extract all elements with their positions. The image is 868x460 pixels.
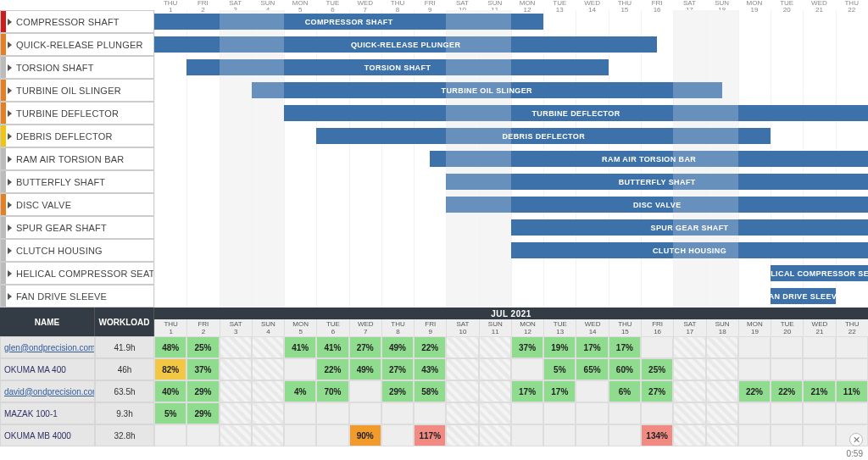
task-item[interactable]: FAN DRIVE SLEEVE bbox=[0, 285, 154, 308]
cell-value: 27% bbox=[389, 365, 406, 374]
workload-cell[interactable]: 134% bbox=[641, 424, 673, 446]
workload-cell[interactable]: 22% bbox=[414, 336, 446, 358]
workload-cell bbox=[316, 402, 348, 424]
workload-cell[interactable]: 65% bbox=[576, 358, 608, 380]
workload-cell[interactable]: 5% bbox=[543, 358, 576, 380]
workload-cell[interactable]: 27% bbox=[641, 380, 673, 402]
task-item[interactable]: TURBINE DEFLECTOR bbox=[0, 102, 154, 125]
workload-cell[interactable]: 49% bbox=[381, 336, 414, 358]
workload-cell[interactable]: 60% bbox=[609, 358, 641, 380]
expand-icon[interactable] bbox=[8, 202, 12, 208]
task-item[interactable]: CLUTCH HOUSING bbox=[0, 239, 154, 262]
gantt-bar[interactable]: SPUR GEAR SHAFT bbox=[511, 219, 868, 236]
workload-cell[interactable]: 22% bbox=[771, 380, 803, 402]
gantt-bar[interactable]: QUICK-RELEASE PLUNGER bbox=[154, 36, 657, 53]
expand-icon[interactable] bbox=[8, 270, 12, 277]
cell-value: 22% bbox=[421, 343, 438, 352]
task-item[interactable]: COMPRESSOR SHAFT bbox=[0, 10, 154, 33]
workload-cell bbox=[673, 336, 705, 358]
workload-cell[interactable]: 5% bbox=[154, 402, 186, 424]
workload-cell[interactable]: 49% bbox=[349, 358, 381, 380]
time-badge: 0:59 bbox=[847, 449, 863, 458]
task-item[interactable]: QUICK-RELEASE PLUNGER bbox=[0, 33, 154, 56]
expand-icon[interactable] bbox=[8, 133, 12, 140]
workload-cell[interactable]: 25% bbox=[186, 336, 219, 358]
expand-icon[interactable] bbox=[8, 156, 12, 163]
workload-cell[interactable]: 22% bbox=[316, 358, 348, 380]
close-icon[interactable]: ✕ bbox=[849, 433, 863, 446]
cell-value: 49% bbox=[389, 343, 406, 352]
gantt-bar[interactable]: DISC VALVE bbox=[446, 197, 868, 213]
gantt-bar[interactable]: TURBINE OIL SLINGER bbox=[252, 82, 722, 98]
task-item[interactable]: TURBINE OIL SLINGER bbox=[0, 79, 154, 102]
gantt-day-header: SAT3 bbox=[220, 0, 252, 10]
expand-icon[interactable] bbox=[8, 110, 12, 117]
workload-cell[interactable]: 21% bbox=[803, 380, 835, 402]
workload-cell[interactable]: 27% bbox=[381, 358, 414, 380]
workload-cell[interactable]: 58% bbox=[414, 380, 446, 402]
expand-icon[interactable] bbox=[8, 247, 12, 254]
workload-cell[interactable]: 29% bbox=[381, 380, 414, 402]
workload-cell[interactable]: 41% bbox=[284, 336, 316, 358]
task-item[interactable]: RAM AIR TORSION BAR bbox=[0, 147, 154, 170]
workload-cell[interactable]: 40% bbox=[154, 380, 186, 402]
workload-day-header: SUN18 bbox=[706, 319, 738, 336]
expand-icon[interactable] bbox=[8, 293, 12, 300]
gantt-bar[interactable]: FAN DRIVE SLEEVE bbox=[771, 288, 836, 304]
workload-cell bbox=[673, 424, 705, 446]
gantt-bar[interactable]: RAM AIR TORSION BAR bbox=[430, 151, 868, 167]
workload-cell[interactable]: 117% bbox=[414, 424, 446, 446]
task-item[interactable]: BUTTERFLY SHAFT bbox=[0, 170, 154, 193]
color-chip bbox=[1, 34, 6, 55]
task-item[interactable]: SPUR GEAR SHAFT bbox=[0, 216, 154, 239]
workload-cell bbox=[803, 402, 835, 424]
gantt-bar[interactable]: DEBRIS DEFLECTOR bbox=[316, 128, 771, 144]
gantt-bar[interactable]: BUTTERFLY SHAFT bbox=[446, 174, 868, 190]
task-item[interactable]: DEBRIS DEFLECTOR bbox=[0, 125, 154, 147]
workload-cell bbox=[803, 358, 835, 380]
gantt-bar[interactable]: COMPRESSOR SHAFT bbox=[154, 14, 543, 30]
workload-right[interactable]: JUL 2021 THU1FRI2SAT3SUN4MON5TUE6WED7THU… bbox=[154, 308, 868, 460]
cell-value: 17% bbox=[584, 343, 601, 352]
resource-name[interactable]: david@ondprecision.com bbox=[0, 380, 95, 402]
expand-icon[interactable] bbox=[8, 19, 12, 25]
workload-cell[interactable]: 70% bbox=[316, 380, 348, 402]
workload-cell[interactable]: 48% bbox=[154, 336, 186, 358]
gantt-bar[interactable]: CLUTCH HOUSING bbox=[511, 242, 868, 258]
workload-cell[interactable]: 29% bbox=[186, 380, 219, 402]
expand-icon[interactable] bbox=[8, 224, 12, 231]
workload-cell[interactable]: 11% bbox=[836, 380, 868, 402]
gantt-bar[interactable]: HELICAL COMPRESSOR SEAT bbox=[771, 265, 868, 281]
workload-cell[interactable]: 22% bbox=[738, 380, 771, 402]
workload-cell bbox=[479, 380, 511, 402]
workload-cell[interactable]: 82% bbox=[154, 358, 186, 380]
workload-cell[interactable]: 17% bbox=[543, 380, 576, 402]
workload-cell[interactable]: 17% bbox=[609, 336, 641, 358]
workload-cell[interactable]: 90% bbox=[349, 424, 381, 446]
workload-cell[interactable]: 27% bbox=[349, 336, 381, 358]
workload-cell[interactable]: 4% bbox=[284, 380, 316, 402]
task-item[interactable]: TORSION SHAFT bbox=[0, 56, 154, 79]
workload-cell[interactable]: 25% bbox=[641, 358, 673, 380]
workload-cell[interactable]: 41% bbox=[316, 336, 348, 358]
workload-cell bbox=[771, 358, 803, 380]
expand-icon[interactable] bbox=[8, 64, 12, 71]
gantt-bar[interactable]: TURBINE DEFLECTOR bbox=[284, 105, 868, 121]
gantt-panel[interactable]: THU1FRI2SAT3SUN4MON5TUE6WED7THU8FRI9SAT1… bbox=[154, 0, 868, 308]
workload-cell[interactable]: 29% bbox=[186, 402, 219, 424]
workload-cell[interactable]: 43% bbox=[414, 358, 446, 380]
workload-cell[interactable]: 17% bbox=[511, 380, 543, 402]
workload-cell[interactable]: 37% bbox=[511, 336, 543, 358]
task-item[interactable]: DISC VALVE bbox=[0, 193, 154, 216]
workload-cell[interactable]: 17% bbox=[576, 336, 608, 358]
expand-icon[interactable] bbox=[8, 42, 12, 48]
workload-cell[interactable]: 6% bbox=[609, 380, 641, 402]
workload-cell[interactable]: 19% bbox=[543, 336, 576, 358]
gantt-bar[interactable]: TORSION SHAFT bbox=[186, 59, 609, 75]
workload-cell bbox=[771, 336, 803, 358]
workload-cell[interactable]: 37% bbox=[186, 358, 219, 380]
task-item[interactable]: HELICAL COMPRESSOR SEAT bbox=[0, 262, 154, 285]
resource-name[interactable]: glen@ondprecision.com bbox=[0, 336, 95, 358]
expand-icon[interactable] bbox=[8, 179, 12, 186]
expand-icon[interactable] bbox=[8, 87, 12, 94]
